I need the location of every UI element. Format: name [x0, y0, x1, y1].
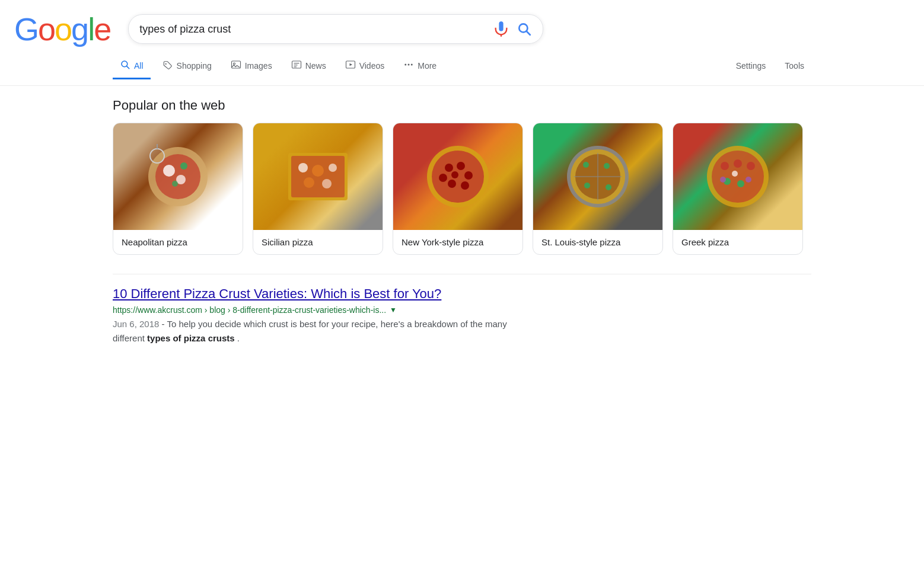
svg-point-47: [584, 183, 590, 188]
svg-point-48: [606, 184, 611, 190]
logo-letter-g2: g: [71, 11, 88, 47]
svg-point-33: [445, 164, 453, 172]
nav-label-news: News: [305, 61, 326, 71]
svg-point-45: [583, 162, 589, 168]
pizza-image-ny: [393, 123, 522, 230]
header: Google: [0, 0, 924, 47]
google-logo[interactable]: Google: [14, 11, 110, 47]
svg-point-27: [312, 165, 324, 177]
news-icon: [291, 59, 302, 72]
section-divider: [113, 274, 811, 274]
tag-icon: [163, 59, 173, 72]
svg-point-36: [461, 181, 469, 190]
svg-point-38: [439, 174, 447, 182]
svg-point-6: [233, 63, 235, 65]
result-url-text: https://www.akcrust.com › blog › 8-diffe…: [113, 305, 386, 315]
search-icon: [120, 59, 130, 72]
svg-point-46: [604, 163, 610, 169]
logo-letter-o2: o: [55, 11, 71, 47]
nav-item-images[interactable]: Images: [224, 53, 279, 79]
search-bar: [128, 14, 543, 44]
nav-item-videos[interactable]: Videos: [338, 53, 392, 79]
main-content: Popular on the web: [0, 86, 924, 357]
result-date: Jun 6, 2018: [113, 319, 159, 329]
svg-line-1: [527, 31, 530, 35]
svg-point-58: [732, 171, 738, 177]
pizza-image-sicilian: [253, 123, 383, 230]
svg-point-20: [180, 162, 187, 170]
pizza-card-stlouis[interactable]: St. Louis-style pizza: [533, 123, 663, 255]
nav-item-shopping[interactable]: Shopping: [155, 53, 219, 79]
dots-icon: [403, 59, 414, 72]
logo-letter-o1: o: [38, 11, 55, 47]
svg-point-34: [457, 162, 465, 170]
pizza-label-greek: Greek pizza: [673, 230, 802, 254]
svg-point-30: [322, 179, 332, 188]
nav-item-tools[interactable]: Tools: [778, 55, 811, 78]
svg-point-35: [464, 171, 473, 180]
result-snippet-post: .: [237, 333, 240, 343]
svg-line-3: [127, 66, 129, 69]
pizza-image-stlouis: [533, 123, 662, 230]
svg-point-28: [329, 164, 337, 172]
svg-point-55: [737, 180, 744, 187]
popular-section: Popular on the web: [113, 98, 811, 255]
svg-point-29: [304, 177, 314, 188]
pizza-card-sicilian[interactable]: Sicilian pizza: [253, 123, 383, 255]
svg-point-18: [163, 165, 175, 177]
pizza-image-neapolitan: [113, 123, 243, 230]
play-icon: [345, 59, 356, 72]
result-snippet-bold: types of pizza crusts: [147, 333, 235, 343]
svg-point-14: [408, 64, 410, 66]
svg-point-15: [411, 64, 413, 66]
cards-row: Neapolitan pizza Sicilian pizza: [113, 123, 811, 255]
pizza-label-sicilian: Sicilian pizza: [253, 230, 383, 254]
pizza-card-greek[interactable]: Greek pizza: [673, 123, 803, 255]
svg-marker-12: [349, 63, 352, 66]
result-snippet: Jun 6, 2018 - To help you decide which c…: [113, 317, 528, 346]
nav-item-all[interactable]: All: [113, 53, 151, 79]
svg-point-56: [745, 177, 751, 183]
nav-label-images: Images: [245, 61, 272, 71]
svg-point-21: [172, 181, 178, 187]
svg-point-52: [734, 159, 742, 168]
nav-label-shopping: Shopping: [177, 61, 212, 71]
pizza-label-ny: New York-style pizza: [393, 230, 522, 254]
svg-point-37: [448, 180, 456, 188]
logo-letter-e: e: [94, 11, 110, 47]
search-result: 10 Different Pizza Crust Varieties: Whic…: [113, 286, 811, 346]
section-title: Popular on the web: [113, 98, 811, 113]
nav-label-videos: Videos: [359, 61, 385, 71]
pizza-card-ny[interactable]: New York-style pizza: [393, 123, 523, 255]
search-button[interactable]: [517, 21, 532, 37]
nav-bar: All Shopping Images: [0, 47, 924, 86]
svg-point-4: [165, 63, 166, 65]
nav-label-all: All: [134, 61, 144, 71]
pizza-label-stlouis: St. Louis-style pizza: [533, 230, 662, 254]
nav-item-news[interactable]: News: [284, 53, 333, 79]
microphone-icon[interactable]: [493, 21, 509, 37]
result-title-link[interactable]: 10 Different Pizza Crust Varieties: Whic…: [113, 286, 811, 302]
image-icon: [231, 59, 241, 72]
nav-label-more: More: [418, 61, 436, 71]
nav-item-more[interactable]: More: [396, 53, 444, 79]
pizza-card-neapolitan[interactable]: Neapolitan pizza: [113, 123, 243, 255]
svg-point-50: [712, 151, 764, 203]
nav-label-tools: Tools: [785, 61, 804, 71]
search-bar-wrapper: [128, 14, 543, 44]
svg-point-13: [404, 64, 406, 66]
search-input[interactable]: [139, 23, 486, 36]
svg-point-51: [721, 162, 729, 170]
pizza-label-neapolitan: Neapolitan pizza: [113, 230, 243, 254]
logo-letter-g: G: [14, 11, 38, 47]
svg-point-26: [298, 163, 308, 172]
url-dropdown-arrow[interactable]: ▼: [390, 306, 397, 314]
svg-point-39: [451, 171, 458, 178]
nav-item-settings[interactable]: Settings: [729, 55, 773, 78]
svg-point-57: [720, 177, 726, 183]
svg-point-53: [747, 162, 755, 170]
pizza-image-greek: [673, 123, 802, 230]
nav-label-settings: Settings: [736, 61, 766, 71]
logo-letter-l: l: [88, 11, 94, 47]
result-url: https://www.akcrust.com › blog › 8-diffe…: [113, 305, 811, 315]
